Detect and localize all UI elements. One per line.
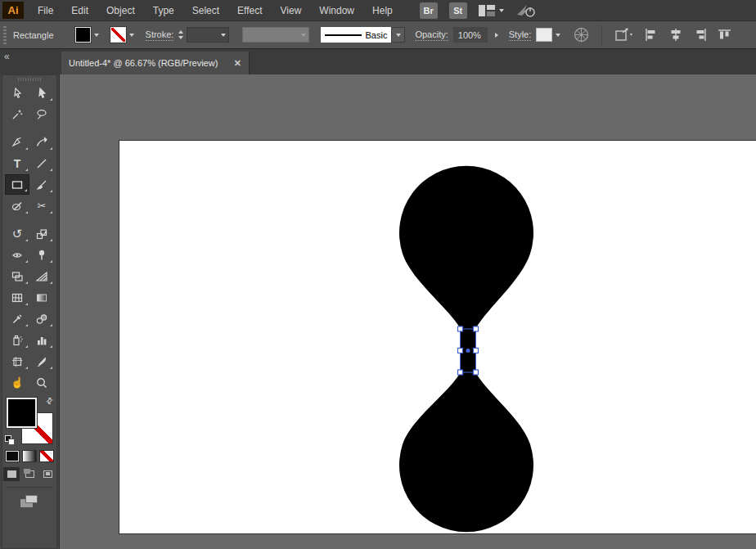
stock-button[interactable]: St <box>449 2 467 19</box>
stroke-color-control[interactable] <box>110 27 134 43</box>
color-button[interactable] <box>5 450 20 462</box>
fill-color-control[interactable] <box>75 27 99 43</box>
align-right-button[interactable] <box>693 28 708 42</box>
fill-swatch[interactable] <box>75 27 91 43</box>
tools-panel-grip[interactable] <box>18 78 41 81</box>
pasteboard[interactable] <box>60 74 756 549</box>
none-button[interactable] <box>39 450 54 462</box>
curvature-tool-icon <box>35 136 48 149</box>
menu-object[interactable]: Object <box>97 5 144 16</box>
perspective-grid-tool[interactable] <box>29 266 54 286</box>
hand-tool[interactable]: ☝ <box>5 372 29 393</box>
draw-inside-button[interactable] <box>39 467 56 481</box>
panel-divider <box>6 487 53 488</box>
top-teardrop-shape[interactable] <box>399 166 533 329</box>
default-stroke-chip <box>8 439 15 445</box>
chevron-down-icon[interactable] <box>129 34 134 37</box>
gradient-tool[interactable] <box>29 287 54 308</box>
swap-fill-stroke-icon[interactable]: ⇄ <box>43 395 55 407</box>
magic-wand-tool-icon <box>11 108 24 121</box>
menu-file[interactable]: File <box>29 5 62 16</box>
eyedropper-tool[interactable] <box>5 308 29 329</box>
recolor-artwork-button[interactable] <box>574 27 589 43</box>
chevron-down-icon[interactable] <box>94 34 99 37</box>
change-screen-mode-button[interactable] <box>20 495 38 508</box>
menu-view[interactable]: View <box>272 5 311 16</box>
menu-type[interactable]: Type <box>144 5 183 16</box>
tab-strip: « Untitled-4* @ 66.67% (RGB/Preview) ✕ <box>0 49 756 74</box>
scale-tool[interactable] <box>29 223 54 244</box>
screen-mode-icon-front <box>25 495 38 503</box>
mesh-tool[interactable] <box>5 287 29 308</box>
bridge-button[interactable]: Br <box>420 2 438 19</box>
menu-select[interactable]: Select <box>183 5 228 16</box>
control-bar-grip[interactable] <box>3 26 7 44</box>
bottom-teardrop-shape[interactable] <box>399 372 533 532</box>
stroke-weight-stepper[interactable] <box>178 30 183 39</box>
puppet-warp-tool[interactable] <box>29 245 54 265</box>
blend-tool[interactable] <box>29 308 54 329</box>
direct-selection-tool[interactable] <box>29 83 54 103</box>
scale-tool-icon <box>35 227 48 241</box>
vertical-align-top-button[interactable] <box>718 28 732 42</box>
stroke-weight-dropdown[interactable] <box>187 27 229 43</box>
curvature-tool[interactable] <box>29 132 54 152</box>
artboard[interactable] <box>119 140 756 534</box>
shape-builder-tool-icon <box>11 270 24 283</box>
symbol-sprayer-tool[interactable] <box>5 330 29 350</box>
paintbrush-tool[interactable] <box>29 174 54 195</box>
fill-indicator-black[interactable] <box>7 398 37 428</box>
slice-tool[interactable] <box>29 351 54 371</box>
draw-behind-button[interactable] <box>21 467 38 481</box>
collapse-panel-icon[interactable]: « <box>4 51 8 62</box>
menu-help[interactable]: Help <box>363 5 402 16</box>
shaper-tool[interactable] <box>5 196 29 216</box>
align-center-button[interactable] <box>668 28 683 42</box>
width-tool[interactable] <box>5 245 29 265</box>
rotate-tool[interactable]: ↺ <box>5 223 29 244</box>
chevron-down-icon[interactable] <box>556 34 560 37</box>
default-fill-stroke-icon[interactable] <box>5 435 15 445</box>
draw-normal-button[interactable] <box>3 467 20 481</box>
style-label[interactable]: Style: <box>509 29 532 41</box>
gradient-button[interactable] <box>22 450 37 462</box>
draw-behind-icon <box>25 470 34 478</box>
opacity-expander-button[interactable] <box>491 27 502 43</box>
type-tool[interactable]: T <box>5 153 29 173</box>
menu-edit[interactable]: Edit <box>62 5 97 16</box>
stepper-up-icon[interactable] <box>178 30 183 34</box>
selected-rectangle[interactable] <box>458 326 479 375</box>
shape-builder-tool[interactable] <box>5 266 29 286</box>
menu-effect[interactable]: Effect <box>228 5 271 16</box>
selection-center-point[interactable] <box>466 349 470 353</box>
column-graph-tool[interactable] <box>29 330 54 350</box>
opacity-label[interactable]: Opacity: <box>415 29 448 41</box>
tool-group-divider <box>5 125 54 131</box>
pen-tool[interactable] <box>5 132 29 152</box>
artboard-tool[interactable] <box>5 351 29 371</box>
lasso-tool[interactable] <box>29 104 54 124</box>
stroke-style-dropdown[interactable]: Basic <box>321 27 391 43</box>
stepper-down-icon[interactable] <box>178 36 183 39</box>
zoom-tool[interactable] <box>29 372 54 393</box>
rectangle-tool[interactable] <box>5 174 29 195</box>
opacity-input[interactable]: 100% <box>453 27 488 43</box>
selection-tool[interactable] <box>5 83 29 103</box>
workspace-switcher[interactable] <box>479 5 504 16</box>
tab-close-icon[interactable]: ✕ <box>234 58 241 69</box>
gpu-performance-icon[interactable] <box>515 3 537 18</box>
align-left-button[interactable] <box>644 28 659 42</box>
stroke-none-swatch[interactable] <box>110 27 126 43</box>
chevron-down-icon <box>221 34 226 37</box>
stroke-style-chevron-button[interactable] <box>391 27 405 43</box>
menu-window[interactable]: Window <box>310 5 363 16</box>
scissors-tool[interactable]: ✂ <box>29 196 54 216</box>
magic-wand-tool[interactable] <box>5 104 29 124</box>
artboard-canvas[interactable] <box>119 141 756 533</box>
line-segment-tool[interactable] <box>29 153 54 173</box>
stroke-label[interactable]: Stroke: <box>146 29 174 41</box>
graphic-style-swatch[interactable] <box>536 28 552 42</box>
document-setup-button[interactable] <box>614 27 634 43</box>
eyedropper-tool-icon <box>11 313 24 326</box>
document-tab[interactable]: Untitled-4* @ 66.67% (RGB/Preview) ✕ <box>61 52 250 74</box>
